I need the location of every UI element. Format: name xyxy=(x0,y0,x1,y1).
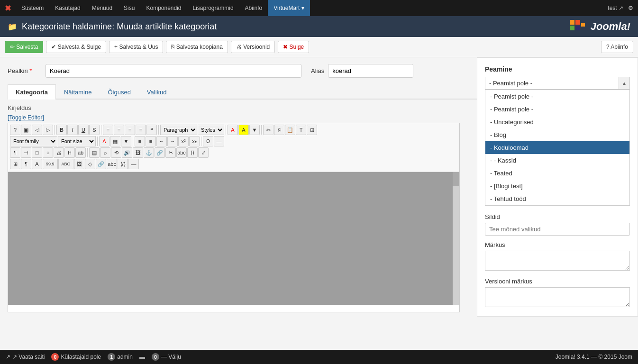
editor-highlight-btn[interactable]: A xyxy=(238,125,249,135)
editor-bold-btn[interactable]: B xyxy=(56,125,67,135)
topnav-settings-icon[interactable]: ⚙ xyxy=(628,5,633,11)
nav-item-abiinfo[interactable]: Abiinfo xyxy=(239,0,268,16)
editor-para-btn[interactable]: ¶ xyxy=(21,159,31,169)
editor-print-btn[interactable]: 🖨 xyxy=(54,147,64,158)
editor-list-ul-btn[interactable]: ≡ xyxy=(135,136,145,146)
editor-scrollbar-thumb[interactable] xyxy=(453,172,459,186)
editor-paste-text-btn[interactable]: T xyxy=(296,125,306,135)
editor-table2-btn[interactable]: ⊞ xyxy=(10,159,20,169)
editor-paste-btn[interactable]: 📋 xyxy=(285,125,295,135)
editor-preview-btn[interactable]: ▤ xyxy=(89,147,100,158)
editor-color-arrow-btn[interactable]: ▼ xyxy=(121,136,131,146)
editor-undo-btn[interactable]: ◁ xyxy=(32,125,42,135)
editor-link-btn[interactable]: 🔗 xyxy=(155,147,165,158)
dropdown-arrow-btn[interactable]: ▲ xyxy=(619,77,630,90)
editor-table-btn[interactable]: ⊞ xyxy=(307,125,317,135)
nav-item-kasutajad[interactable]: Kasutajad xyxy=(49,0,86,16)
nav-item-systeeem[interactable]: Süsteem xyxy=(16,0,49,16)
dropdown-item-3[interactable]: - Blog xyxy=(485,128,629,141)
save-copy-button[interactable]: ⎘ Salvesta koopiana xyxy=(166,41,228,53)
editor-align-left-btn[interactable]: ≡ xyxy=(103,125,113,135)
editor-help-btn[interactable]: ? xyxy=(10,125,20,135)
editor-list-ol-btn[interactable]: ≡ xyxy=(146,136,156,146)
editor-superscript-btn[interactable]: x² xyxy=(178,136,189,146)
help-button[interactable]: ? Abiinfo xyxy=(601,41,633,53)
dropdown-item-7[interactable]: - [Blogi test] xyxy=(485,180,629,192)
save-close-button[interactable]: ✔ Salvesta & Sulge xyxy=(46,41,106,53)
version-note-input[interactable] xyxy=(485,287,630,307)
editor-media-btn[interactable]: 🔊 xyxy=(122,147,132,158)
editor-pilcrow-btn[interactable]: ¶ xyxy=(10,147,20,158)
editor-body[interactable] xyxy=(8,172,459,305)
dropdown-item-4[interactable]: - Koduloomad xyxy=(485,141,629,154)
editor-indent2-btn[interactable]: ⊣ xyxy=(21,147,31,158)
editor-num-btn[interactable]: ABC xyxy=(58,159,74,169)
editor-underline-btn[interactable]: U xyxy=(78,125,89,135)
editor-replace-btn[interactable]: ⟲ xyxy=(111,147,121,158)
dropdown-item-0[interactable]: - Peamist pole - xyxy=(485,90,629,103)
editor-abbr-btn[interactable]: ab xyxy=(75,147,86,158)
nav-item-lisaprogrammid[interactable]: Lisaprogrammid xyxy=(187,0,239,16)
editor-find-btn[interactable]: ⌕ xyxy=(100,147,110,158)
font-size-select[interactable]: Font size xyxy=(58,136,96,146)
editor-shape-btn[interactable]: ◇ xyxy=(85,159,95,169)
editor-italic-btn[interactable]: I xyxy=(67,125,78,135)
editor-subscript-btn[interactable]: x₂ xyxy=(189,136,200,146)
editor-cut-btn[interactable]: ✂ xyxy=(263,125,273,135)
editor-box-btn[interactable]: □ xyxy=(32,147,42,158)
nav-item-komponendid[interactable]: Komponendid xyxy=(140,0,187,16)
editor-link2-btn[interactable]: 🔗 xyxy=(96,159,106,169)
editor-img2-btn[interactable]: 🖼 xyxy=(74,159,84,169)
editor-fullscreen-btn[interactable]: ⤢ xyxy=(198,147,209,158)
editor-spell-btn[interactable]: abc xyxy=(176,147,187,158)
dropdown-item-8[interactable]: - Tehtud tööd xyxy=(485,192,629,205)
editor-align-justify-btn[interactable]: ≡ xyxy=(136,125,146,135)
editor-unlink2-btn[interactable]: abc xyxy=(107,159,117,169)
topnav-user[interactable]: test ↗ xyxy=(608,5,623,11)
editor-abbr2-btn[interactable]: 99.9 xyxy=(43,159,58,169)
editor-align-right-btn[interactable]: ≡ xyxy=(125,125,135,135)
editor-anchor-btn[interactable]: ⚓ xyxy=(144,147,154,158)
tab-naitamine[interactable]: Näitamine xyxy=(56,84,100,100)
editor-circle-btn[interactable]: ○ xyxy=(43,147,53,158)
styles-select[interactable]: Styles xyxy=(198,125,224,135)
nav-item-sisu[interactable]: Sisu xyxy=(118,0,140,16)
nav-item-virtuemart[interactable]: VirtueMart ▾ xyxy=(268,0,310,16)
editor-image-btn[interactable]: 🖼 xyxy=(133,147,143,158)
editor-minus-btn[interactable]: — xyxy=(128,159,139,169)
editor-scrollbar[interactable] xyxy=(453,172,459,305)
dropdown-item-6[interactable]: - Teated xyxy=(485,167,629,180)
font-family-select[interactable]: Font family xyxy=(10,136,57,146)
editor-outdent-btn[interactable]: ← xyxy=(156,136,167,146)
tab-kategooria[interactable]: Kategooria xyxy=(8,84,56,100)
editor-hr-btn[interactable]: — xyxy=(214,136,224,146)
editor-special-char-btn[interactable]: Ω xyxy=(203,136,213,146)
paragraph-select[interactable]: Paragraph xyxy=(160,125,197,135)
dropdown-item-5[interactable]: - - Kassid xyxy=(485,154,629,167)
alias-input[interactable] xyxy=(328,64,413,78)
editor-more-btn[interactable]: ▼ xyxy=(249,125,260,135)
editor-redo-btn[interactable]: ▷ xyxy=(43,125,53,135)
joomla-nav-logo[interactable]: ✖ xyxy=(5,4,11,13)
editor-indent-btn[interactable]: → xyxy=(167,136,178,146)
nav-item-menuud[interactable]: Menüüd xyxy=(86,0,118,16)
editor-char2-btn[interactable]: A xyxy=(32,159,42,169)
dropdown-item-2[interactable]: - Uncategorised xyxy=(485,116,629,128)
editor-source-btn[interactable]: ⟨⟩ xyxy=(187,147,198,158)
editor-heading-btn[interactable]: H xyxy=(64,147,75,158)
versions-button[interactable]: 🖨 Versioonid xyxy=(231,41,275,53)
editor-align-center-btn[interactable]: ≡ xyxy=(114,125,124,135)
sildid-input[interactable] xyxy=(485,223,630,236)
title-input[interactable] xyxy=(46,64,301,78)
tab-valikud[interactable]: Valikud xyxy=(139,84,175,100)
markus-input[interactable] xyxy=(485,251,630,271)
editor-blockquote-btn[interactable]: ❝ xyxy=(146,125,157,135)
parent-dropdown-header[interactable]: - Peamist pole - ▲ xyxy=(485,77,630,90)
editor-code-btn[interactable]: ⟨/⟩ xyxy=(118,159,128,169)
editor-bg-color-btn[interactable]: ▦ xyxy=(110,136,120,146)
editor-unlink-btn[interactable]: ✂ xyxy=(165,147,176,158)
dropdown-item-1[interactable]: - Peamist pole - xyxy=(485,103,629,116)
editor-color-text-btn[interactable]: A xyxy=(228,125,238,135)
close-button[interactable]: ✖ Sulge xyxy=(278,41,309,53)
editor-insert-btn[interactable]: ▣ xyxy=(21,125,31,135)
